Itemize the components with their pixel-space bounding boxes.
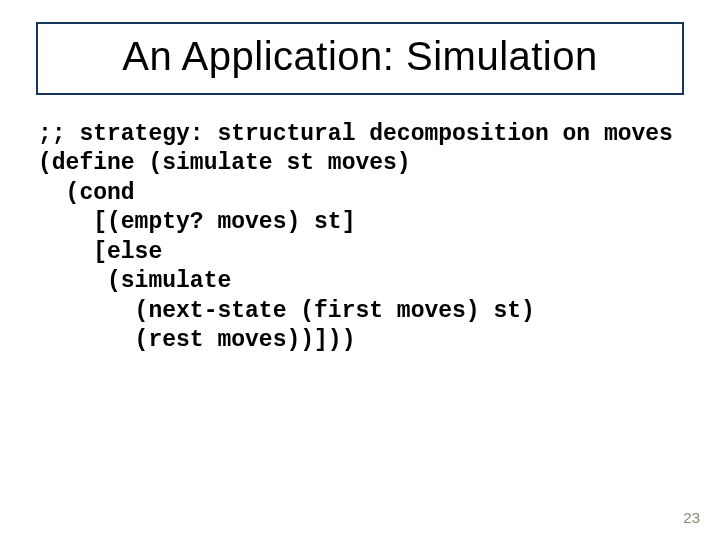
code-line-1: ;; strategy: structural decomposition on… — [38, 121, 673, 147]
code-line-8: (rest moves))])) — [38, 327, 355, 353]
code-line-3: (cond — [38, 180, 135, 206]
code-line-4: [(empty? moves) st] — [38, 209, 355, 235]
code-line-5: [else — [38, 239, 162, 265]
code-line-6: (simulate — [38, 268, 231, 294]
code-line-7: (next-state (first moves) st) — [38, 298, 535, 324]
code-line-2: (define (simulate st moves) — [38, 150, 411, 176]
title-container: An Application: Simulation — [36, 22, 684, 95]
page-number: 23 — [683, 509, 700, 526]
code-block: ;; strategy: structural decomposition on… — [38, 120, 688, 356]
slide-title: An Application: Simulation — [122, 34, 598, 78]
